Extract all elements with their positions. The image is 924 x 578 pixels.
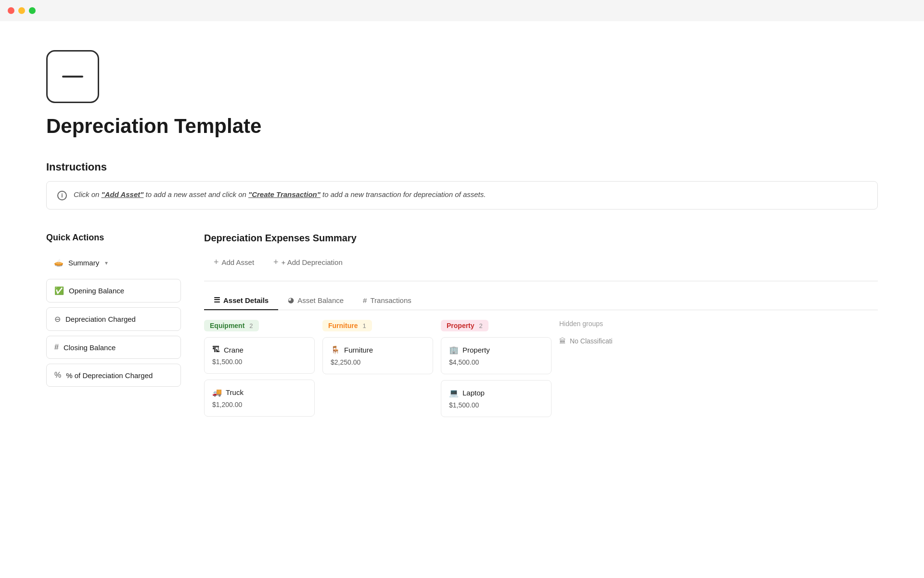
check-circle-icon: ✅ bbox=[54, 286, 64, 295]
property-value: $4,500.00 bbox=[449, 358, 543, 366]
instructions-box: i Click on "Add Asset" to add a new asse… bbox=[46, 181, 878, 210]
sidebar: Quick Actions 🥧 Summary ▾ ✅ Opening Bala… bbox=[46, 233, 181, 392]
hash-tab-icon: # bbox=[363, 296, 367, 304]
sidebar-item-depreciation-charged-label: Depreciation Charged bbox=[65, 315, 136, 323]
asset-group-equipment: Equipment 2 🏗 Crane $1,500.00 🚚 Tru bbox=[204, 320, 315, 423]
asset-group-furniture: Furniture 1 🪑 Furniture $2,250.00 bbox=[322, 320, 433, 423]
plus-icon-2: + bbox=[273, 257, 279, 267]
percent-icon: % bbox=[54, 371, 61, 380]
pie-icon: ◕ bbox=[288, 296, 294, 304]
truck-icon: 🚚 bbox=[212, 388, 222, 397]
furniture-count: 1 bbox=[362, 322, 366, 329]
sidebar-item-pct-depreciation-label: % of Depreciation Charged bbox=[66, 371, 153, 380]
add-depreciation-label: + Add Depreciation bbox=[282, 258, 343, 266]
furniture-card[interactable]: 🪑 Furniture $2,250.00 bbox=[322, 337, 433, 374]
truck-name: 🚚 Truck bbox=[212, 388, 307, 397]
page-icon bbox=[46, 50, 878, 103]
minimize-button[interactable] bbox=[18, 7, 25, 14]
no-classification-item: 🏛 No Classificati bbox=[559, 333, 646, 349]
tabs-row: ☰ Asset Details ◕ Asset Balance # Transa… bbox=[204, 291, 878, 310]
crane-icon: 🏗 bbox=[212, 345, 220, 354]
sidebar-item-pct-depreciation[interactable]: % % of Depreciation Charged bbox=[46, 364, 181, 387]
building-icon: 🏛 bbox=[559, 337, 566, 345]
no-classification-label: No Classificati bbox=[570, 337, 613, 345]
property-badge: Property 2 bbox=[441, 320, 488, 331]
page-title: Depreciation Template bbox=[46, 115, 878, 138]
tab-asset-balance-label: Asset Balance bbox=[297, 296, 344, 304]
equipment-label: Equipment bbox=[210, 322, 244, 329]
main-area: Depreciation Expenses Summary + Add Asse… bbox=[204, 233, 878, 423]
sidebar-item-closing-balance[interactable]: # Closing Balance bbox=[46, 336, 181, 359]
hidden-groups-label: Hidden groups bbox=[559, 320, 646, 328]
property-card[interactable]: 🏢 Property $4,500.00 bbox=[441, 337, 552, 374]
close-button[interactable] bbox=[8, 7, 14, 14]
truck-card[interactable]: 🚚 Truck $1,200.00 bbox=[204, 380, 315, 417]
add-asset-button[interactable]: + Add Asset bbox=[204, 253, 264, 271]
chevron-down-icon: ▾ bbox=[105, 260, 108, 266]
icon-box bbox=[46, 50, 99, 103]
titlebar bbox=[0, 0, 924, 21]
minus-icon bbox=[62, 76, 83, 78]
instructions-text: Click on "Add Asset" to add a new asset … bbox=[74, 190, 486, 198]
add-asset-link[interactable]: "Add Asset" bbox=[102, 190, 144, 198]
furniture-asset-name: 🪑 Furniture bbox=[331, 345, 425, 355]
equipment-count: 2 bbox=[249, 322, 253, 329]
minus-circle-icon: ⊖ bbox=[54, 315, 61, 324]
laptop-card[interactable]: 💻 Laptop $1,500.00 bbox=[441, 380, 552, 417]
pie-chart-icon: 🥧 bbox=[54, 258, 64, 267]
tab-asset-balance[interactable]: ◕ Asset Balance bbox=[278, 291, 353, 310]
asset-group-property: Property 2 🏢 Property $4,500.00 💻 L bbox=[441, 320, 552, 423]
main-content: Depreciation Template Instructions i Cli… bbox=[0, 0, 924, 423]
add-depreciation-button[interactable]: + + Add Depreciation bbox=[264, 253, 352, 271]
sidebar-item-summary-label: Summary bbox=[68, 259, 99, 267]
crane-card[interactable]: 🏗 Crane $1,500.00 bbox=[204, 337, 315, 374]
sidebar-item-summary[interactable]: 🥧 Summary ▾ bbox=[46, 251, 181, 274]
equipment-badge: Equipment 2 bbox=[204, 320, 259, 331]
laptop-asset-name: 💻 Laptop bbox=[449, 388, 543, 397]
tab-transactions-label: Transactions bbox=[370, 296, 411, 304]
truck-value: $1,200.00 bbox=[212, 401, 307, 408]
furniture-badge: Furniture 1 bbox=[322, 320, 372, 331]
furniture-value: $2,250.00 bbox=[331, 358, 425, 366]
add-asset-label: Add Asset bbox=[222, 258, 255, 266]
main-area-title: Depreciation Expenses Summary bbox=[204, 233, 878, 244]
sidebar-item-opening-balance-label: Opening Balance bbox=[69, 287, 124, 295]
laptop-value: $1,500.00 bbox=[449, 401, 543, 409]
info-icon: i bbox=[57, 191, 67, 200]
tab-asset-details[interactable]: ☰ Asset Details bbox=[204, 291, 278, 310]
sidebar-item-opening-balance[interactable]: ✅ Opening Balance bbox=[46, 279, 181, 302]
tab-transactions[interactable]: # Transactions bbox=[353, 291, 421, 310]
hash-icon: # bbox=[54, 343, 59, 352]
sidebar-item-depreciation-charged[interactable]: ⊖ Depreciation Charged bbox=[46, 307, 181, 331]
create-transaction-link[interactable]: "Create Transaction" bbox=[248, 190, 321, 198]
property-count: 2 bbox=[479, 322, 483, 329]
action-row: + Add Asset + + Add Depreciation bbox=[204, 253, 878, 281]
sidebar-item-closing-balance-label: Closing Balance bbox=[64, 343, 116, 352]
maximize-button[interactable] bbox=[29, 7, 36, 14]
laptop-icon: 💻 bbox=[449, 388, 459, 397]
property-asset-name: 🏢 Property bbox=[449, 345, 543, 355]
furniture-icon: 🪑 bbox=[331, 345, 340, 355]
plus-icon: + bbox=[214, 257, 219, 267]
tab-asset-details-label: Asset Details bbox=[223, 296, 269, 304]
asset-groups: Equipment 2 🏗 Crane $1,500.00 🚚 Tru bbox=[204, 320, 878, 423]
two-column-layout: Quick Actions 🥧 Summary ▾ ✅ Opening Bala… bbox=[46, 233, 878, 423]
property-icon: 🏢 bbox=[449, 345, 459, 355]
furniture-label: Furniture bbox=[328, 322, 358, 329]
sidebar-section-title: Quick Actions bbox=[46, 233, 181, 243]
table-icon: ☰ bbox=[214, 296, 220, 304]
crane-value: $1,500.00 bbox=[212, 358, 307, 366]
instructions-heading: Instructions bbox=[46, 161, 878, 173]
hidden-groups: Hidden groups 🏛 No Classificati bbox=[559, 320, 646, 423]
property-label: Property bbox=[447, 322, 475, 329]
crane-name: 🏗 Crane bbox=[212, 345, 307, 354]
